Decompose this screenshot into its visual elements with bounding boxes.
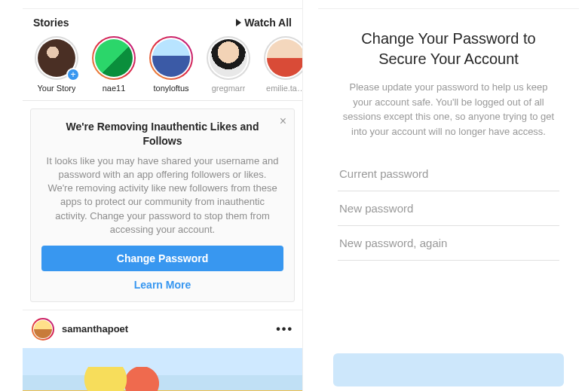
app-header [318, 0, 579, 9]
story-item[interactable]: emilie.ta… [262, 36, 302, 93]
avatar [210, 39, 247, 77]
story-label: tonyloftus [153, 84, 188, 93]
story-your-story[interactable]: + Your Story [33, 36, 80, 93]
inauthentic-notice-card: × We're Removing Inauthentic Likes and F… [30, 108, 295, 302]
page-title: Change Your Password to Secure Your Acco… [338, 29, 559, 80]
new-password-again-input[interactable] [338, 226, 559, 261]
feed-screen: Stories Watch All + Your Story nae11 ton… [23, 0, 303, 391]
more-icon[interactable]: ••• [276, 322, 293, 336]
close-icon[interactable]: × [280, 115, 286, 127]
stories-heading: Stories [33, 17, 69, 29]
notice-body: It looks like you may have shared your u… [41, 154, 283, 246]
story-label: gregmarr [212, 84, 246, 93]
post-avatar[interactable] [32, 318, 54, 341]
play-icon [236, 19, 241, 26]
story-item[interactable]: nae11 [90, 36, 137, 93]
notice-title: We're Removing Inauthentic Likes and Fol… [41, 120, 283, 154]
post-username[interactable]: samanthapoet [62, 323, 268, 334]
post-image[interactable] [23, 348, 302, 391]
new-password-input[interactable] [338, 191, 559, 226]
story-label: Your Story [38, 84, 76, 93]
story-label: emilie.ta… [266, 84, 302, 93]
learn-more-link[interactable]: Learn More [41, 271, 283, 292]
plus-icon: + [66, 68, 80, 81]
watch-all-label: Watch All [244, 17, 292, 29]
feed-post: samanthapoet ••• [23, 310, 302, 391]
avatar [152, 39, 190, 77]
avatar [95, 39, 133, 77]
app-header [23, 0, 302, 9]
avatar [267, 39, 302, 77]
change-password-button[interactable]: Change Password [41, 246, 283, 271]
current-password-input[interactable] [338, 157, 559, 191]
story-label: nae11 [103, 84, 126, 93]
submit-button[interactable] [333, 353, 564, 386]
stories-row: + Your Story nae11 tonyloftus gregmarr e… [23, 33, 302, 100]
story-item[interactable]: tonyloftus [148, 36, 194, 93]
watch-all-button[interactable]: Watch All [236, 17, 292, 29]
divider [23, 100, 302, 101]
page-description: Please update your password to help us k… [338, 80, 559, 157]
change-password-screen: Change Your Password to Secure Your Acco… [318, 0, 579, 391]
story-item[interactable]: gregmarr [205, 36, 252, 93]
